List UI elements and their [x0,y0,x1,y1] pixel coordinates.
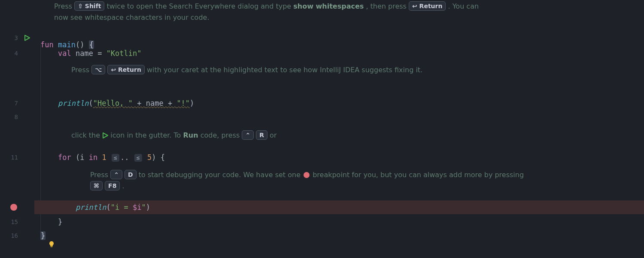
hint-text: breakpoint for you, but you can always a… [313,171,524,179]
kbd-option: ⌥ [91,65,105,74]
gutter-line-16[interactable]: 16 [0,229,34,243]
kbd-d: D [125,170,137,179]
gutter-line-8[interactable]: 8 [0,110,34,124]
code-line-4[interactable]: val name = "Kotlin" [34,46,644,60]
breakpoint-icon [304,172,310,178]
hint-block-whitespace: Press ⇧ Shift twice to open the Search E… [34,0,644,28]
line-number: 11 [11,154,18,161]
hint-text: to start debugging your code. We have se… [139,171,303,179]
svg-marker-1 [103,133,108,138]
gutter-line-7[interactable]: 7 [0,96,34,110]
run-icon [102,131,110,139]
kbd-ctrl: ⌃ [110,170,122,179]
kbd-ctrl: ⌃ [242,130,254,140]
hint-bold: show whitespaces [293,2,364,10]
code-line-11[interactable]: for (i in 1 ≤.. ≤ 5) { [34,150,644,164]
code-line-3[interactable]: fun main() { [34,31,644,45]
lightbulb-icon[interactable] [48,241,55,248]
kbd-return: ↩ Return [107,65,144,74]
hint-block-debug: Press ⌃ D to start debugging your code. … [34,169,644,195]
line-number: 16 [11,232,18,239]
gutter-line-3[interactable]: 3 [0,31,34,45]
hint-text: with your caret at the highlighted text … [147,66,422,74]
code-editor: 3 4 7 8 11 15 16 Press ⇧ Shift twice to … [0,0,644,258]
code-line-16[interactable]: } [34,229,644,243]
svg-marker-0 [25,35,30,40]
line-number: 4 [15,50,18,57]
hint-text: or [270,131,276,139]
hint-text: Press [90,171,110,179]
range-hint-icon: ≤ [112,154,119,162]
line-number: 8 [15,114,18,120]
gutter[interactable]: 3 4 7 8 11 15 16 [0,0,34,258]
range-hint-icon: ≤ [134,154,142,162]
code-line-15[interactable]: } [34,215,644,229]
line-number: 7 [15,100,18,107]
gutter-line-15[interactable]: 15 [0,215,34,229]
gutter-line-4[interactable]: 4 [0,46,34,60]
breakpoint-icon[interactable] [10,204,17,211]
hint-block-fix: Press ⌥ ↩ Return with your caret at the … [34,64,644,90]
svg-rect-2 [51,246,53,247]
hint-text: icon in the gutter. To [110,131,183,139]
kbd-return: ↩ Return [409,1,446,11]
kbd-r: R [256,130,267,140]
line-number: 3 [15,34,18,41]
kbd-shift: ⇧ Shift [74,1,104,11]
hint-text: , then press [366,2,409,10]
hint-bold: Run [183,131,198,139]
hint-text: code, press [200,131,242,139]
line-number: 15 [11,218,18,225]
code-line-7[interactable]: println("Hello, " + name + "!") [34,96,644,110]
hint-text: twice to open the Search Everywhere dial… [107,2,294,10]
hint-text: . [122,182,125,190]
kbd-f8: F8 [105,181,120,190]
hint-text: Press [54,2,74,10]
code-line-14[interactable]: println("i = $i") [34,200,644,214]
run-icon[interactable] [24,35,30,41]
code-area[interactable]: Press ⇧ Shift twice to open the Search E… [34,0,644,258]
gutter-line-14[interactable] [0,200,34,214]
gutter-line-11[interactable]: 11 [0,150,34,164]
hint-text: click the [71,131,102,139]
kbd-cmd: ⌘ [90,181,103,190]
hint-block-run: click the icon in the gutter. To Run cod… [34,129,644,146]
hint-text: Press [71,66,91,74]
code-line-8[interactable] [34,110,644,124]
